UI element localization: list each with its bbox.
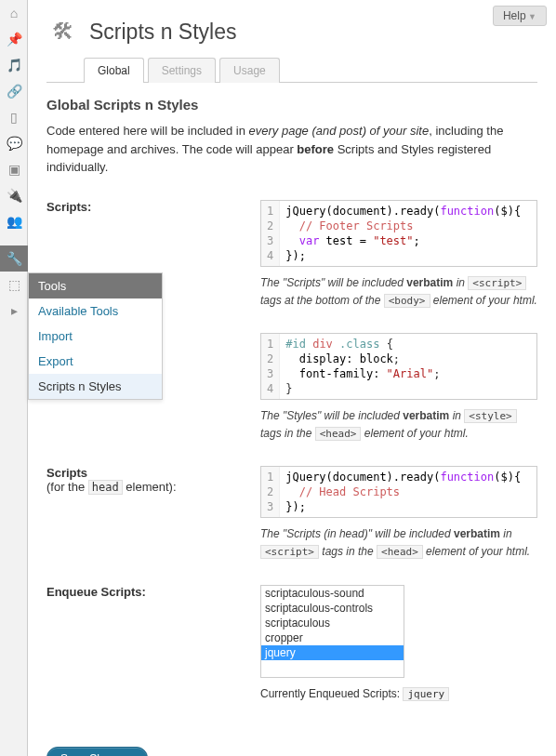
enqueue-option-cropper[interactable]: cropper (261, 630, 404, 645)
enqueue-scripts-select[interactable]: scriptaculous-soundscriptaculous-control… (260, 585, 404, 678)
enqueue-option-scriptaculous-sound[interactable]: scriptaculous-sound (261, 586, 404, 601)
tab-bar: GlobalSettingsUsage (46, 58, 537, 83)
pin-icon[interactable]: 📌 (0, 26, 28, 52)
home-icon[interactable]: ⌂ (0, 0, 28, 26)
tab-global[interactable]: Global (84, 58, 144, 83)
tab-usage[interactable]: Usage (219, 58, 280, 83)
intro-text: Code entered here will be included in ev… (46, 122, 537, 177)
section-title: Global Scripts n Styles (46, 97, 537, 113)
currently-enqueued-text: Currently Enqueued Scripts: jquery (260, 687, 537, 700)
enqueue-label: Enqueue Scripts: (46, 585, 260, 700)
flyout-item-import[interactable]: Import (29, 324, 162, 349)
comment-icon[interactable]: 💬 (0, 130, 28, 156)
help-button[interactable]: Help (493, 6, 547, 26)
head-scripts-editor[interactable]: 123 jQuery(document).ready(function($){ … (260, 466, 537, 518)
enqueue-option-jquery[interactable]: jquery (261, 645, 404, 660)
appearance-icon[interactable]: ▣ (0, 156, 28, 182)
styles-editor[interactable]: 1234 #id div .class { display: block; fo… (260, 333, 537, 400)
hammer-screwdriver-icon: 🛠 (46, 15, 80, 48)
plugin-icon[interactable]: 🔌 (0, 182, 28, 208)
media-icon[interactable]: 🎵 (0, 52, 28, 78)
scripts-editor[interactable]: 1234 jQuery(document).ready(function($){… (260, 200, 537, 267)
flyout-item-available-tools[interactable]: Available Tools (29, 298, 162, 324)
page-title: Scripts n Styles (89, 20, 237, 45)
tab-settings[interactable]: Settings (148, 58, 216, 83)
settings-icon[interactable]: ⬚ (0, 272, 28, 298)
enqueue-option-scriptaculous-controls[interactable]: scriptaculous-controls (261, 601, 404, 616)
enqueue-option-scriptaculous[interactable]: scriptaculous (261, 616, 404, 630)
save-changes-button[interactable]: Save Changes (46, 747, 148, 756)
scripts-description: The "Scripts" will be included verbatim … (260, 274, 537, 310)
head-scripts-label: Scripts (for the head element): (46, 466, 260, 561)
flyout-item-export[interactable]: Export (29, 349, 162, 374)
tools-icon[interactable]: 🔧 (0, 245, 28, 272)
users-icon[interactable]: 👥 (0, 208, 28, 234)
head-scripts-description: The "Scripts (in head)" will be included… (260, 525, 537, 561)
styles-description: The "Styles" will be included verbatim i… (260, 407, 537, 443)
link-icon[interactable]: 🔗 (0, 78, 28, 104)
page-icon[interactable]: ▯ (0, 104, 28, 130)
flyout-item-scripts-n-styles[interactable]: Scripts n Styles (29, 374, 162, 399)
admin-icon-sidebar: ⌂ 📌 🎵 🔗 ▯ 💬 ▣ 🔌 👥 🔧 ⬚ ▸ (0, 0, 28, 756)
collapse-icon[interactable]: ▸ (0, 298, 28, 324)
flyout-header: Tools (29, 273, 162, 298)
tools-flyout-menu: Tools Available ToolsImportExportScripts… (28, 272, 163, 400)
